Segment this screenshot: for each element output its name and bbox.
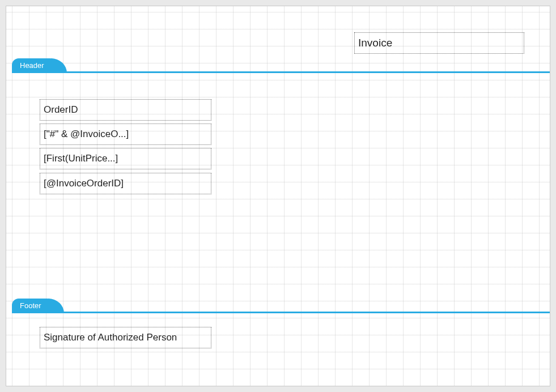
section-tab-footer[interactable]: Footer [12,299,56,313]
section-rule-header [12,71,550,73]
report-item-invoice-number-expression[interactable]: ["#" & @InvoiceO...] [40,123,211,145]
section-tab-header[interactable]: Header [12,58,59,73]
section-rule-footer [12,312,550,313]
section-separator-footer[interactable]: Footer [12,299,550,313]
report-item-signature-label[interactable]: Signature of Authorized Person [40,327,211,348]
report-item-first-unitprice-expression[interactable]: [First(UnitPrice...] [40,148,211,169]
report-item-orderid-label[interactable]: OrderID [40,99,211,121]
section-separator-header[interactable]: Header [12,58,550,73]
report-item-invoice-title[interactable]: Invoice [354,32,524,54]
report-design-surface[interactable]: Invoice Header OrderID ["#" & @InvoiceO.… [6,6,550,386]
report-item-invoice-orderid-expression[interactable]: [@InvoiceOrderID] [40,173,211,194]
